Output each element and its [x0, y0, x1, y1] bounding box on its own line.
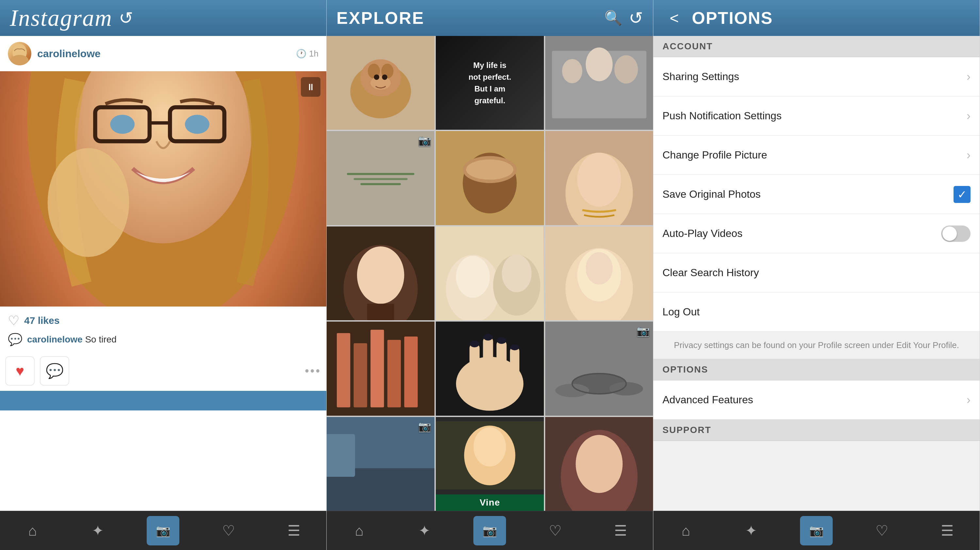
nav-camera-options[interactable]: 📷: [800, 516, 833, 545]
grid-item-8[interactable]: [436, 226, 544, 320]
svg-rect-71: [327, 434, 355, 477]
post-image: ⏸: [0, 71, 326, 306]
post-time: 🕐 1h: [296, 49, 318, 59]
svg-point-75: [474, 427, 506, 466]
pause-icon[interactable]: ⏸: [301, 77, 320, 97]
options-panel: < OPTIONS ACCOUNT Sharing Settings › Pus…: [653, 0, 980, 550]
grid-item-1[interactable]: [327, 36, 434, 130]
nav-activity-explore[interactable]: ♡: [539, 516, 571, 545]
profile-icon: ☰: [614, 522, 627, 539]
post-username[interactable]: carolinelowe: [37, 48, 296, 60]
nav-explore-options[interactable]: ✦: [735, 516, 768, 545]
post-header: carolinelowe 🕐 1h: [0, 36, 326, 71]
camera-icon: 📷: [809, 524, 824, 537]
grid-item-10[interactable]: [327, 322, 434, 415]
grid-item-13[interactable]: 📷: [327, 417, 434, 511]
svg-rect-52: [387, 340, 401, 407]
advanced-features-row[interactable]: Advanced Features ›: [653, 380, 980, 419]
nav-activity-options[interactable]: ♡: [865, 516, 898, 545]
push-notification-row[interactable]: Push Notification Settings ›: [653, 96, 980, 136]
grid-item-12[interactable]: 📷: [545, 322, 653, 415]
nav-profile-options[interactable]: ☰: [931, 516, 963, 545]
like-button[interactable]: ♥: [5, 356, 35, 386]
svg-point-22: [586, 47, 613, 81]
options-body: ACCOUNT Sharing Settings › Push Notifica…: [653, 36, 980, 511]
svg-point-42: [456, 256, 490, 298]
explore-panel: EXPLORE 🔍 ↺ My life is not perfect. But …: [327, 0, 653, 550]
avatar[interactable]: [8, 42, 31, 65]
privacy-note: Privacy settings can be found on your Pr…: [653, 332, 980, 359]
explore-grid: My life is not perfect. But I am gratefu…: [327, 36, 653, 511]
save-original-photos-row[interactable]: Save Original Photos ✓: [653, 175, 980, 214]
next-post-preview: [0, 391, 326, 410]
grid-item-2[interactable]: My life is not perfect. But I am gratefu…: [436, 36, 544, 130]
auto-play-videos-row[interactable]: Auto-Play Videos: [653, 214, 980, 253]
support-section-label: SUPPORT: [653, 419, 980, 441]
svg-point-47: [586, 252, 613, 284]
nav-camera-explore[interactable]: 📷: [473, 516, 506, 545]
grid-item-11[interactable]: [436, 322, 544, 415]
grid-item-7[interactable]: [327, 226, 434, 320]
grid-item-9[interactable]: [545, 226, 653, 320]
comment-button[interactable]: 💬: [40, 356, 69, 386]
advanced-features-label: Advanced Features: [662, 394, 967, 406]
comment-bubble-icon: 💬: [8, 333, 22, 346]
home-icon: ⌂: [29, 523, 37, 539]
log-out-row[interactable]: Log Out: [653, 292, 980, 332]
checkmark-icon: ✓: [958, 188, 967, 201]
explore-header: EXPLORE 🔍 ↺: [327, 0, 653, 36]
svg-rect-27: [360, 183, 401, 185]
nav-explore-explore[interactable]: ✦: [408, 516, 441, 545]
profile-icon: ☰: [288, 522, 300, 539]
grid-item-6[interactable]: [545, 131, 653, 225]
sharing-settings-row[interactable]: Sharing Settings ›: [653, 57, 980, 96]
options-title: OPTIONS: [692, 8, 773, 28]
svg-point-60: [470, 341, 480, 348]
likes-row: ♡ 47 likes: [8, 313, 318, 328]
nav-home[interactable]: ⌂: [16, 516, 49, 545]
clock-icon: 🕐: [296, 49, 306, 59]
save-original-checkbox[interactable]: ✓: [953, 186, 970, 203]
svg-rect-59: [510, 347, 519, 387]
caption-username[interactable]: carolinelowe: [27, 334, 83, 344]
back-button[interactable]: <: [663, 9, 685, 27]
change-profile-picture-row[interactable]: Change Profile Picture ›: [653, 136, 980, 175]
toggle-knob: [942, 226, 957, 241]
nav-camera[interactable]: 📷: [147, 516, 179, 545]
nav-home-explore[interactable]: ⌂: [343, 516, 375, 545]
nav-explore[interactable]: ✦: [82, 516, 115, 545]
grid-item-5[interactable]: [436, 131, 544, 225]
nav-profile[interactable]: ☰: [277, 516, 310, 545]
bottom-nav-options: ⌂ ✦ 📷 ♡ ☰: [653, 511, 980, 550]
nav-home-options[interactable]: ⌂: [670, 516, 702, 545]
video-indicator-13: 📷: [418, 420, 431, 433]
grid-item-3[interactable]: [545, 36, 653, 130]
heart-nav-icon: ♡: [549, 522, 562, 539]
avatar-image: [8, 42, 31, 65]
options-section-label: OPTIONS: [653, 359, 980, 380]
change-profile-picture-label: Change Profile Picture: [662, 149, 967, 161]
post-actions: ♡ 47 likes 💬 carolinelowe So tired: [0, 306, 326, 356]
svg-rect-25: [347, 173, 414, 175]
search-icon[interactable]: 🔍: [605, 10, 622, 27]
refresh-icon[interactable]: ↺: [629, 8, 643, 28]
nav-activity[interactable]: ♡: [212, 516, 245, 545]
grid-item-15[interactable]: [545, 417, 653, 511]
refresh-icon[interactable]: ↺: [119, 8, 133, 28]
nav-profile-explore[interactable]: ☰: [604, 516, 637, 545]
svg-rect-49: [337, 333, 350, 408]
sharing-settings-arrow: ›: [967, 70, 970, 84]
grid-item-14[interactable]: Vine: [436, 417, 544, 511]
svg-rect-51: [371, 330, 384, 407]
instagram-logo: Instagram: [10, 5, 112, 32]
explore-icon: ✦: [418, 522, 431, 539]
svg-point-21: [562, 59, 582, 83]
auto-play-toggle[interactable]: [941, 225, 970, 242]
grid-item-4[interactable]: 📷: [327, 131, 434, 225]
svg-point-34: [577, 153, 621, 207]
quote-text: My life is not perfect. But I am gratefu…: [465, 56, 514, 110]
svg-point-9: [185, 115, 209, 134]
more-options-icon[interactable]: •••: [305, 364, 321, 378]
clear-search-history-row[interactable]: Clear Search History: [653, 253, 980, 292]
change-profile-picture-arrow: ›: [967, 148, 970, 162]
